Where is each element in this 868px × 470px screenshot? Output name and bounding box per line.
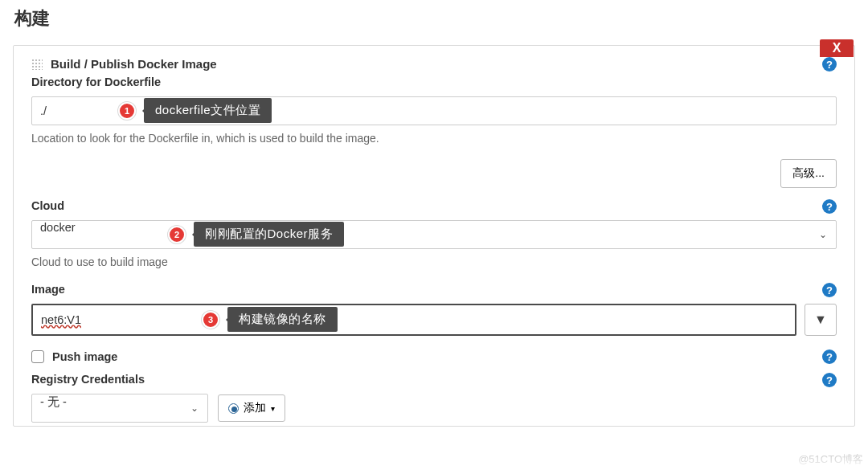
cloud-help: Cloud to use to build image <box>31 255 837 268</box>
key-icon <box>228 403 239 414</box>
panel-header-title: Build / Publish Docker Image <box>51 57 217 71</box>
help-icon[interactable]: ? <box>822 199 837 214</box>
image-name-value: net6:V1 <box>41 313 81 326</box>
annotation-badge-2: 2 <box>168 226 186 243</box>
push-image-checkbox[interactable] <box>31 350 44 363</box>
image-label: Image <box>31 283 837 296</box>
image-name-input[interactable]: net6:V1 <box>31 304 796 336</box>
page-title: 构建 <box>14 6 855 31</box>
push-image-label: Push image <box>52 350 117 363</box>
annotation-label-2: 刚刚配置的Docker服务 <box>194 222 344 247</box>
delete-step-button[interactable]: X <box>820 39 854 57</box>
help-icon[interactable]: ? <box>822 57 837 72</box>
registry-credentials-select[interactable]: - 无 - <box>31 394 208 423</box>
image-expand-button[interactable]: ▼ <box>805 304 837 336</box>
triangle-down-icon: ▼ <box>814 313 827 327</box>
registry-label: Registry Credentials <box>31 373 837 386</box>
annotation-label-1: dockerfile文件位置 <box>144 98 272 123</box>
build-step-panel: X ? Build / Publish Docker Image Directo… <box>13 45 855 427</box>
help-icon[interactable]: ? <box>822 373 837 387</box>
dockerfile-dir-label: Directory for Dockerfile <box>31 76 837 88</box>
add-credential-label: 添加 <box>244 401 266 415</box>
annotation-label-3: 构建镜像的名称 <box>227 307 338 332</box>
watermark: @51CTO博客 <box>798 452 863 467</box>
caret-down-icon: ▾ <box>271 404 275 413</box>
add-credential-button[interactable]: 添加 ▾ <box>218 394 285 422</box>
help-icon[interactable]: ? <box>822 349 837 364</box>
annotation-badge-3: 3 <box>202 311 219 329</box>
annotation-badge-1: 1 <box>118 102 136 120</box>
help-icon[interactable]: ? <box>822 283 837 297</box>
drag-handle-icon[interactable] <box>31 59 43 70</box>
advanced-button[interactable]: 高级... <box>780 159 837 188</box>
dockerfile-dir-help: Location to look for the Dockerfile in, … <box>31 132 837 145</box>
cloud-select[interactable]: docker <box>31 220 837 249</box>
cloud-label: Cloud <box>31 199 837 212</box>
